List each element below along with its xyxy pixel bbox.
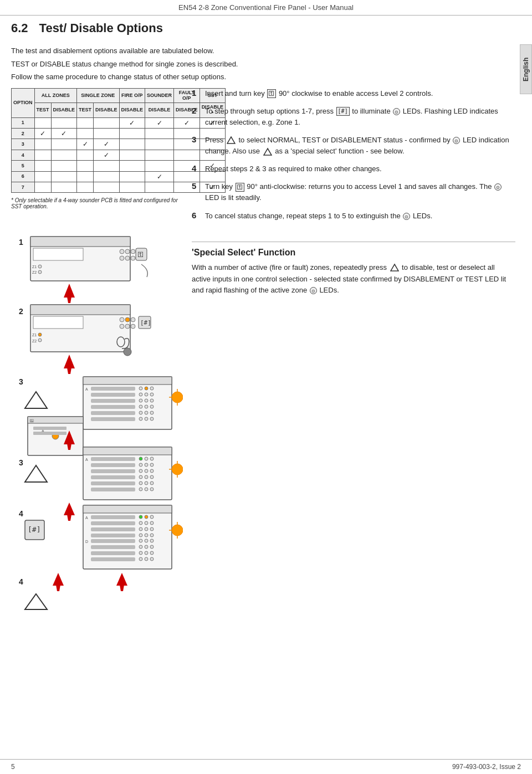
svg-rect-143 (91, 534, 135, 537)
svg-text:Z1: Z1 (32, 265, 37, 269)
svg-point-133 (145, 515, 148, 519)
svg-point-68 (139, 417, 142, 421)
svg-point-54 (150, 393, 154, 396)
svg-rect-82 (33, 432, 66, 435)
r6c3 (77, 171, 94, 182)
led-icon-3: ⊙ (453, 137, 460, 144)
svg-point-141 (145, 527, 148, 531)
r5c4 (94, 161, 120, 171)
led-icon-6: ⊙ (403, 213, 410, 220)
svg-point-60 (139, 405, 142, 408)
svg-rect-90 (83, 447, 172, 455)
svg-point-132 (139, 515, 142, 519)
option-1: 1 (12, 117, 35, 128)
r1c1 (34, 117, 51, 128)
language-label: English (522, 57, 530, 81)
r7c3 (77, 182, 94, 193)
svg-point-97 (139, 463, 142, 467)
svg-rect-156 (91, 551, 135, 555)
svg-text:Z2: Z2 (32, 339, 37, 343)
svg-rect-131 (91, 515, 135, 519)
svg-rect-112 (91, 488, 135, 491)
r5c1 (34, 161, 51, 171)
led-icon-ss: ⊙ (310, 287, 317, 294)
svg-point-111 (150, 481, 154, 485)
intro-line1: The test and disablement options availab… (11, 45, 515, 57)
svg-point-93 (139, 457, 142, 460)
option-6: 6 (12, 171, 35, 182)
svg-point-26 (131, 317, 135, 322)
svg-point-150 (145, 539, 148, 542)
header-title: EN54 2-8 Zone Conventional Fire Panel - … (178, 3, 354, 12)
step-5-number: 5 (192, 181, 202, 203)
table-footnote: * Only selectable if a 4-way sounder PCB… (11, 197, 183, 209)
page-number: 5 (11, 763, 15, 771)
svg-rect-77 (28, 417, 83, 423)
panel-diagram-svg: 1 Z1 Z2 ⚿ (11, 234, 183, 611)
svg-point-99 (150, 463, 154, 467)
step-6-number: 6 (192, 211, 202, 222)
svg-point-105 (139, 475, 142, 479)
svg-marker-19 (66, 294, 72, 303)
svg-point-136 (139, 521, 142, 525)
svg-marker-173 (119, 582, 125, 591)
step-1-content: Insert and turn key ⚿ 90° clockwise to e… (205, 88, 433, 99)
svg-point-146 (150, 534, 154, 537)
svg-point-106 (145, 475, 148, 479)
svg-rect-92 (91, 457, 135, 461)
svg-rect-135 (91, 521, 135, 525)
svg-point-102 (145, 469, 148, 473)
key-icon: ⚿ (267, 89, 276, 98)
svg-point-69 (145, 417, 148, 421)
svg-point-95 (150, 457, 154, 460)
svg-rect-63 (91, 411, 135, 415)
step-3-number: 3 (192, 135, 202, 157)
step-3-content: Press to select NORMAL, TEST or DISABLEM… (205, 135, 515, 157)
fire-op-header: FIRE O/P (119, 88, 145, 103)
svg-point-144 (139, 534, 142, 537)
svg-point-164 (172, 525, 183, 536)
step-4: 4 Repeat steps 2 & 3 as required to make… (192, 163, 515, 175)
r2c4 (94, 129, 120, 139)
svg-rect-47 (91, 387, 135, 391)
special-select-text: With a number of active (fire or fault) … (192, 262, 515, 296)
svg-point-11 (131, 256, 135, 260)
svg-point-70 (150, 417, 154, 421)
svg-rect-108 (91, 481, 135, 485)
page-footer: 5 997-493-003-2, Issue 2 (0, 759, 532, 774)
steps-section: 1 Insert and turn key ⚿ 90° clockwise to… (192, 88, 515, 228)
step-2-content: To step through setup options 1-7, press… (205, 106, 515, 128)
svg-point-142 (150, 527, 154, 531)
all-test-subheader: TEST (34, 103, 51, 118)
r2c5 (119, 129, 145, 139)
svg-rect-45 (83, 377, 172, 385)
svg-rect-160 (91, 557, 135, 561)
r5c5 (119, 161, 145, 171)
r5c2 (51, 161, 77, 171)
svg-point-115 (150, 488, 154, 491)
option-header: OPTION (12, 88, 35, 117)
svg-marker-41 (25, 392, 47, 408)
r6c1 (34, 171, 51, 182)
svg-point-134 (150, 515, 154, 519)
svg-rect-23 (33, 316, 83, 329)
step-5-content: Turn key ⚿ 90° anti-clockwise: returns y… (205, 181, 515, 203)
r1c2 (51, 117, 77, 128)
svg-text:Z2: Z2 (32, 270, 37, 274)
svg-marker-0 (227, 137, 235, 143)
svg-point-155 (150, 545, 154, 549)
svg-text:A: A (85, 458, 88, 462)
svg-text:⚿: ⚿ (30, 419, 34, 423)
svg-rect-81 (33, 427, 66, 430)
r4c5 (119, 150, 145, 160)
svg-point-53 (145, 393, 148, 396)
language-tab: English (520, 44, 532, 94)
r4c1 (34, 150, 51, 160)
svg-point-94 (145, 457, 148, 460)
svg-point-101 (139, 469, 142, 473)
svg-point-161 (139, 557, 142, 561)
triangle-icon-3 (227, 136, 236, 145)
single-test-subheader: TEST (77, 103, 94, 118)
table-steps-layout: OPTION ALL ZONES SINGLE ZONE FIRE O/P SO… (11, 88, 515, 228)
svg-point-116 (172, 464, 183, 475)
